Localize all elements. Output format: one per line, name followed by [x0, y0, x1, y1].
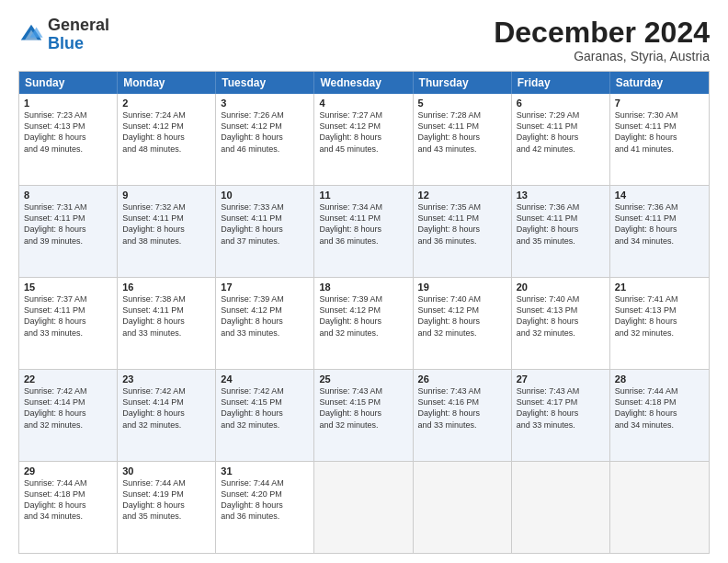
calendar-cell: 25Sunrise: 7:43 AM Sunset: 4:15 PM Dayli…: [314, 370, 413, 461]
day-number: 30: [122, 465, 210, 477]
cell-info: Sunrise: 7:44 AM Sunset: 4:19 PM Dayligh…: [122, 477, 210, 523]
calendar-cell: 23Sunrise: 7:42 AM Sunset: 4:14 PM Dayli…: [118, 370, 216, 461]
day-number: 18: [319, 282, 407, 293]
calendar-cell: 30Sunrise: 7:44 AM Sunset: 4:19 PM Dayli…: [118, 462, 216, 553]
day-number: 7: [615, 98, 704, 109]
logo-icon: [18, 22, 44, 48]
day-number: 28: [615, 373, 704, 385]
weekday-header: Saturday: [610, 72, 709, 94]
calendar-cell: [610, 462, 709, 553]
calendar-cell: 8Sunrise: 7:31 AM Sunset: 4:11 PM Daylig…: [19, 186, 118, 277]
calendar-cell: 20Sunrise: 7:40 AM Sunset: 4:13 PM Dayli…: [512, 278, 610, 369]
logo-general: General: [48, 16, 109, 34]
calendar-header: SundayMondayTuesdayWednesdayThursdayFrid…: [19, 72, 709, 94]
day-number: 12: [418, 190, 506, 201]
day-number: 10: [221, 190, 309, 201]
weekday-header: Tuesday: [216, 72, 314, 94]
day-number: 31: [221, 465, 309, 477]
calendar-row: 29Sunrise: 7:44 AM Sunset: 4:18 PM Dayli…: [19, 461, 709, 553]
calendar-cell: 14Sunrise: 7:36 AM Sunset: 4:11 PM Dayli…: [610, 186, 709, 277]
calendar-row: 15Sunrise: 7:37 AM Sunset: 4:11 PM Dayli…: [19, 277, 709, 369]
calendar-cell: 24Sunrise: 7:42 AM Sunset: 4:15 PM Dayli…: [216, 370, 314, 461]
calendar-cell: 17Sunrise: 7:39 AM Sunset: 4:12 PM Dayli…: [216, 278, 314, 369]
cell-info: Sunrise: 7:42 AM Sunset: 4:15 PM Dayligh…: [221, 385, 309, 431]
day-number: 23: [122, 373, 210, 385]
calendar-cell: [414, 462, 512, 553]
logo-blue: Blue: [48, 34, 84, 52]
day-number: 27: [517, 373, 605, 385]
cell-info: Sunrise: 7:44 AM Sunset: 4:20 PM Dayligh…: [221, 477, 309, 523]
day-number: 22: [24, 373, 112, 385]
weekday-header: Monday: [118, 72, 216, 94]
cell-info: Sunrise: 7:42 AM Sunset: 4:14 PM Dayligh…: [122, 385, 210, 431]
title-block: December 2024 Garanas, Styria, Austria: [494, 17, 710, 63]
weekday-header: Friday: [512, 72, 610, 94]
logo: General Blue: [18, 17, 109, 53]
calendar-cell: 15Sunrise: 7:37 AM Sunset: 4:11 PM Dayli…: [19, 278, 118, 369]
calendar-row: 1Sunrise: 7:23 AM Sunset: 4:13 PM Daylig…: [19, 94, 709, 185]
cell-info: Sunrise: 7:39 AM Sunset: 4:12 PM Dayligh…: [221, 293, 309, 339]
cell-info: Sunrise: 7:28 AM Sunset: 4:11 PM Dayligh…: [418, 109, 506, 155]
day-number: 13: [517, 190, 605, 201]
calendar-cell: [512, 462, 610, 553]
day-number: 25: [319, 373, 407, 385]
day-number: 11: [319, 190, 407, 201]
day-number: 20: [517, 282, 605, 293]
calendar-cell: 6Sunrise: 7:29 AM Sunset: 4:11 PM Daylig…: [512, 94, 610, 185]
logo-text: General Blue: [48, 17, 109, 53]
cell-info: Sunrise: 7:27 AM Sunset: 4:12 PM Dayligh…: [319, 109, 407, 155]
cell-info: Sunrise: 7:41 AM Sunset: 4:13 PM Dayligh…: [615, 293, 704, 339]
day-number: 3: [221, 98, 309, 109]
location-subtitle: Garanas, Styria, Austria: [494, 49, 710, 63]
cell-info: Sunrise: 7:24 AM Sunset: 4:12 PM Dayligh…: [122, 109, 210, 155]
header: General Blue December 2024 Garanas, Styr…: [18, 17, 710, 63]
calendar-cell: 19Sunrise: 7:40 AM Sunset: 4:12 PM Dayli…: [414, 278, 512, 369]
calendar-cell: 28Sunrise: 7:44 AM Sunset: 4:18 PM Dayli…: [610, 370, 709, 461]
calendar-cell: 12Sunrise: 7:35 AM Sunset: 4:11 PM Dayli…: [414, 186, 512, 277]
cell-info: Sunrise: 7:30 AM Sunset: 4:11 PM Dayligh…: [615, 109, 704, 155]
cell-info: Sunrise: 7:39 AM Sunset: 4:12 PM Dayligh…: [319, 293, 407, 339]
calendar-cell: 1Sunrise: 7:23 AM Sunset: 4:13 PM Daylig…: [19, 94, 118, 185]
day-number: 5: [418, 98, 506, 109]
cell-info: Sunrise: 7:31 AM Sunset: 4:11 PM Dayligh…: [24, 201, 112, 247]
cell-info: Sunrise: 7:44 AM Sunset: 4:18 PM Dayligh…: [615, 385, 704, 431]
day-number: 16: [122, 282, 210, 293]
calendar-cell: 3Sunrise: 7:26 AM Sunset: 4:12 PM Daylig…: [216, 94, 314, 185]
cell-info: Sunrise: 7:35 AM Sunset: 4:11 PM Dayligh…: [418, 201, 506, 247]
calendar-cell: 27Sunrise: 7:43 AM Sunset: 4:17 PM Dayli…: [512, 370, 610, 461]
calendar-cell: 13Sunrise: 7:36 AM Sunset: 4:11 PM Dayli…: [512, 186, 610, 277]
day-number: 15: [24, 282, 112, 293]
calendar-cell: 18Sunrise: 7:39 AM Sunset: 4:12 PM Dayli…: [314, 278, 413, 369]
weekday-header: Thursday: [414, 72, 512, 94]
calendar-cell: 29Sunrise: 7:44 AM Sunset: 4:18 PM Dayli…: [19, 462, 118, 553]
calendar-cell: 11Sunrise: 7:34 AM Sunset: 4:11 PM Dayli…: [314, 186, 413, 277]
cell-info: Sunrise: 7:36 AM Sunset: 4:11 PM Dayligh…: [517, 201, 605, 247]
calendar-cell: 4Sunrise: 7:27 AM Sunset: 4:12 PM Daylig…: [314, 94, 413, 185]
cell-info: Sunrise: 7:40 AM Sunset: 4:12 PM Dayligh…: [418, 293, 506, 339]
day-number: 6: [517, 98, 605, 109]
day-number: 24: [221, 373, 309, 385]
calendar-cell: 21Sunrise: 7:41 AM Sunset: 4:13 PM Dayli…: [610, 278, 709, 369]
calendar-cell: 10Sunrise: 7:33 AM Sunset: 4:11 PM Dayli…: [216, 186, 314, 277]
calendar-row: 8Sunrise: 7:31 AM Sunset: 4:11 PM Daylig…: [19, 185, 709, 277]
day-number: 17: [221, 282, 309, 293]
cell-info: Sunrise: 7:43 AM Sunset: 4:16 PM Dayligh…: [418, 385, 506, 431]
day-number: 2: [122, 98, 210, 109]
calendar-body: 1Sunrise: 7:23 AM Sunset: 4:13 PM Daylig…: [19, 94, 709, 553]
day-number: 21: [615, 282, 704, 293]
calendar-row: 22Sunrise: 7:42 AM Sunset: 4:14 PM Dayli…: [19, 369, 709, 461]
calendar-cell: 7Sunrise: 7:30 AM Sunset: 4:11 PM Daylig…: [610, 94, 709, 185]
weekday-header: Sunday: [19, 72, 118, 94]
cell-info: Sunrise: 7:32 AM Sunset: 4:11 PM Dayligh…: [122, 201, 210, 247]
cell-info: Sunrise: 7:37 AM Sunset: 4:11 PM Dayligh…: [24, 293, 112, 339]
calendar: SundayMondayTuesdayWednesdayThursdayFrid…: [18, 71, 710, 554]
cell-info: Sunrise: 7:23 AM Sunset: 4:13 PM Dayligh…: [24, 109, 112, 155]
month-title: December 2024: [494, 17, 710, 49]
day-number: 9: [122, 190, 210, 201]
page: General Blue December 2024 Garanas, Styr…: [0, 0, 728, 563]
cell-info: Sunrise: 7:29 AM Sunset: 4:11 PM Dayligh…: [517, 109, 605, 155]
calendar-cell: 9Sunrise: 7:32 AM Sunset: 4:11 PM Daylig…: [118, 186, 216, 277]
day-number: 4: [319, 98, 407, 109]
cell-info: Sunrise: 7:38 AM Sunset: 4:11 PM Dayligh…: [122, 293, 210, 339]
cell-info: Sunrise: 7:42 AM Sunset: 4:14 PM Dayligh…: [24, 385, 112, 431]
